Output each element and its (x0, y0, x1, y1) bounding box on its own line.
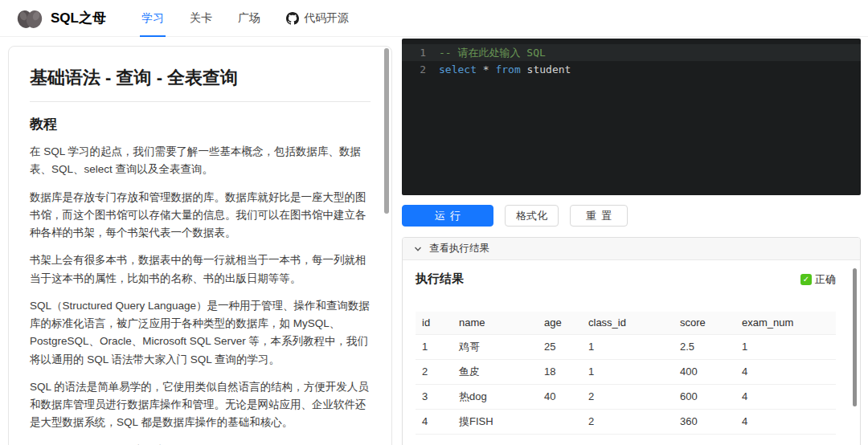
tutorial-paragraph: 书架上会有很多本书，数据表中的每一行就相当于一本书，每一列就相当于这本书的属性，… (30, 251, 371, 288)
tutorial-paragraph: SQL（Structured Query Language）是一种用于管理、操作… (30, 297, 371, 369)
line-number: 2 (402, 61, 426, 78)
line-number: 1 (402, 44, 426, 61)
result-table: idnameageclass_idscoreexam_num 1鸡哥2512.5… (416, 312, 836, 435)
result-scrollbar[interactable] (853, 268, 857, 406)
column-header: score (674, 312, 735, 334)
tutorial-paragraph: SQL 的语法是简单易学的，它使用类似自然语言的结构，方便开发人员和数据库管理员… (30, 378, 371, 432)
column-header: id (416, 312, 452, 334)
chevron-down-icon (414, 245, 422, 253)
nav-items: 学习 关卡 广场 代码开源 (129, 0, 362, 37)
sql-editor[interactable]: 1-- 请在此处输入 SQL2select * from student (402, 39, 861, 195)
result-title: 执行结果 (416, 271, 464, 287)
table-cell: 18 (538, 359, 582, 384)
table-cell: 4 (735, 359, 836, 384)
nav-item-plaza[interactable]: 广场 (225, 0, 273, 37)
reset-button[interactable]: 重置 (570, 205, 628, 227)
table-cell: 4 (735, 409, 836, 434)
table-row: 2鱼皮1814004 (416, 359, 836, 384)
code-line[interactable]: 1-- 请在此处输入 SQL (402, 44, 861, 61)
nav-item-learn[interactable]: 学习 (129, 0, 177, 37)
table-cell: 2.5 (674, 334, 735, 359)
format-button[interactable]: 格式化 (505, 205, 559, 227)
table-cell: 2 (582, 409, 674, 434)
nav-item-opensource[interactable]: 代码开源 (273, 0, 362, 37)
table-cell: 360 (674, 409, 735, 434)
table-header-row: idnameageclass_idscoreexam_num (416, 312, 836, 334)
table-cell: 600 (674, 384, 735, 409)
run-button[interactable]: 运行 (402, 205, 493, 227)
table-cell: 热dog (452, 384, 538, 409)
table-cell: 1 (416, 334, 452, 359)
tutorial-paragraph: 如何使用 SQL 从数据库中查询数据呢? (30, 442, 371, 445)
status-badge: ✓ 正确 (800, 272, 836, 287)
result-collapse-header[interactable]: 查看执行结果 (403, 238, 860, 260)
tutorial-panel: 基础语法 - 查询 - 全表查询 教程 在 SQL 学习的起点，我们需要了解一些… (8, 46, 392, 445)
table-cell: 2 (416, 359, 452, 384)
code-line[interactable]: 2select * from student (402, 61, 861, 78)
text-run: SQL 的语法是简单易学的，它使用类似自然语言的结构，方便开发人员和数据库管理员… (30, 381, 369, 429)
table-cell: 4 (416, 409, 452, 434)
text-run: SQL（Structured Query Language）是一种用于管理、操作… (30, 300, 370, 365)
result-head: 执行结果 ✓ 正确 (416, 271, 836, 287)
table-cell: 4 (735, 384, 836, 409)
page-title: 基础语法 - 查询 - 全表查询 (30, 66, 371, 102)
line-content: -- 请在此处输入 SQL (439, 44, 546, 61)
editor-lines: 1-- 请在此处输入 SQL2select * from student (402, 44, 861, 78)
table-cell: 1 (582, 359, 674, 384)
table-cell: 摸FISH (452, 409, 538, 434)
check-icon: ✓ (800, 274, 812, 285)
nav-item-levels[interactable]: 关卡 (177, 0, 225, 37)
status-label: 正确 (815, 272, 836, 287)
table-cell: 2 (582, 384, 674, 409)
result-body: 执行结果 ✓ 正确 idnameageclass_idscoreexam_num… (403, 260, 860, 445)
table-cell: 40 (538, 384, 582, 409)
navbar: SQL之母 学习 关卡 广场 代码开源 (0, 0, 868, 37)
table-cell: 1 (582, 334, 674, 359)
column-header: class_id (582, 312, 674, 334)
table-cell (538, 409, 582, 434)
table-row: 4摸FISH23604 (416, 409, 836, 434)
logo-icon (16, 6, 43, 31)
brand[interactable]: SQL之母 (16, 6, 106, 31)
table-body: 1鸡哥2512.512鱼皮18140043热dog40260044摸FISH23… (416, 334, 836, 434)
table-cell: 3 (416, 384, 452, 409)
text-run: 书架上会有很多本书，数据表中的每一行就相当于一本书，每一列就相当于这本书的属性，… (30, 254, 366, 284)
tutorial-paragraph: 数据库是存放专门存放和管理数据的库。数据库就好比是一座大型的图书馆，而这个图书馆… (30, 189, 371, 243)
table-cell: 400 (674, 359, 735, 384)
column-header: age (538, 312, 582, 334)
tutorial-scrollbar[interactable] (384, 48, 389, 214)
result-collapse: 查看执行结果 执行结果 ✓ 正确 idnameageclass_idscoree… (402, 237, 861, 445)
table-row: 3热dog4026004 (416, 384, 836, 409)
table-cell: 25 (538, 334, 582, 359)
table-cell: 1 (735, 334, 836, 359)
column-header: name (452, 312, 538, 334)
text-run: 在 SQL 学习的起点，我们需要了解一些基本概念，包括数据库、数据表、SQL、s… (30, 145, 361, 175)
result-collapse-label: 查看执行结果 (429, 242, 489, 255)
brand-title: SQL之母 (51, 9, 106, 27)
column-header: exam_num (735, 312, 836, 334)
editor-actions: 运行 格式化 重置 (402, 205, 861, 227)
table-row: 1鸡哥2512.51 (416, 334, 836, 359)
workbench-panel: 1-- 请在此处输入 SQL2select * from student 运行 … (402, 39, 861, 445)
section-heading: 教程 (30, 115, 371, 133)
table-cell: 鸡哥 (452, 334, 538, 359)
text-run: 数据库是存放专门存放和管理数据的库。数据库就好比是一座大型的图书馆，而这个图书馆… (30, 191, 366, 239)
tutorial-paragraph: 在 SQL 学习的起点，我们需要了解一些基本概念，包括数据库、数据表、SQL、s… (30, 143, 371, 179)
nav-item-opensource-label: 代码开源 (304, 11, 349, 26)
table-cell: 鱼皮 (452, 359, 538, 384)
github-icon (286, 12, 299, 25)
tutorial-paragraphs: 在 SQL 学习的起点，我们需要了解一些基本概念，包括数据库、数据表、SQL、s… (30, 143, 371, 445)
line-content: select * from student (439, 61, 571, 78)
